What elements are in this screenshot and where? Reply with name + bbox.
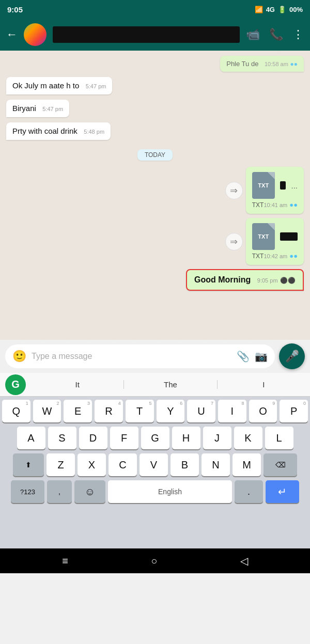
dot-key[interactable]: . [235,480,263,503]
grammarly-icon: G [5,374,26,395]
nav-home-icon[interactable]: ○ [151,555,157,567]
file-type-icon: TXT [252,172,275,199]
key-b[interactable]: B [171,453,199,476]
video-call-icon[interactable]: 📹 [246,28,260,41]
key-q[interactable]: 1Q [2,400,30,422]
msg-text: Ok July m aate h to [12,81,79,90]
file-time-row: 10:42 am ●● [264,252,298,260]
key-v[interactable]: V [140,453,168,476]
chat-header: ← 📹 📞 ⋮ [0,19,310,51]
more-options-icon[interactable]: ⋮ [292,28,304,41]
enter-key[interactable]: ↵ [266,480,299,503]
key-x[interactable]: X [78,453,106,476]
key-f[interactable]: F [110,427,138,449]
msg-ticks: ●● [290,60,298,68]
key-e[interactable]: 3E [64,400,92,422]
key-z[interactable]: Z [47,453,75,476]
backspace-key[interactable]: ⌫ [264,453,297,476]
key-y[interactable]: 6Y [157,400,185,422]
read-ticks: ●● [289,201,298,209]
nav-back-icon[interactable]: ◁ [240,555,248,567]
suggestion-word-2[interactable]: The [124,380,217,389]
key-i[interactable]: 8I [218,400,246,422]
msg-time: 10:58 am [265,61,288,67]
bottom-nav: ≡ ○ ◁ [0,548,310,573]
file-type-icon: TXT [252,223,275,250]
key-w[interactable]: 2W [33,400,61,422]
file-message-row: ⇒ TXT TXT 10:42 am ●● [6,218,304,265]
key-a[interactable]: A [17,427,45,449]
key-h[interactable]: H [172,427,200,449]
today-badge: TODAY [137,149,173,161]
message-row: Ok July m aate h to 5:47 pm [6,77,304,98]
shift-key[interactable]: ⬆ [13,453,44,476]
back-button[interactable]: ← [6,28,18,41]
key-t[interactable]: 5T [126,400,154,422]
key-n[interactable]: N [202,453,230,476]
key-row-4: ?123 , ☺ English . ↵ [2,480,308,503]
comma-key[interactable]: , [47,480,72,503]
phone-call-icon[interactable]: 📞 [269,28,283,41]
msg-ticks: ⚫⚫ [280,277,296,284]
key-u[interactable]: 7U [187,400,215,422]
file-name-redacted [280,232,298,241]
key-s[interactable]: S [48,427,76,449]
space-key[interactable]: English [108,480,232,503]
key-row-3: ⬆ Z X C V B N M ⌫ [2,453,308,476]
file-message-row: ⇒ TXT ... TXT 10:41 am ●● [6,167,304,214]
good-morning-bubble: Good Morning 9:05 pm ⚫⚫ [186,269,304,291]
file-name-redacted [280,181,286,190]
today-divider: TODAY [6,149,304,161]
emoji-key[interactable]: ☺ [74,480,105,503]
message-row: Prty with coal drink 5:48 pm [6,122,304,143]
message-input-area: 🙂 Type a message 📎 📷 🎤 [0,340,310,373]
file-message-bubble: TXT TXT 10:42 am ●● [246,218,304,265]
emoji-picker-icon[interactable]: 🙂 [12,350,26,363]
key-d[interactable]: D [79,427,107,449]
key-g[interactable]: G [141,427,169,449]
status-time: 9:05 [7,5,23,14]
message-input-placeholder[interactable]: Type a message [32,352,231,361]
file-time: 10:41 am [264,202,287,208]
key-row-1: 1Q 2W 3E 4R 5T 6Y 7U 8I 9O 0P [2,400,308,422]
key-o[interactable]: 9O [249,400,277,422]
chat-area: Phle Tu de 10:58 am ●● Ok July m aate h … [0,51,310,340]
key-r[interactable]: 4R [95,400,123,422]
mic-icon: 🎤 [285,350,299,363]
file-row: TXT ... [252,172,298,199]
camera-icon[interactable]: 📷 [255,350,268,363]
suggestion-word-3[interactable]: I [218,380,310,389]
message-bubble-incoming: Ok July m aate h to 5:47 pm [6,77,112,95]
forward-icon[interactable]: ⇒ [225,233,243,250]
file-message-bubble: TXT ... TXT 10:41 am ●● [246,167,304,214]
ellipsis: ... [291,181,298,190]
key-j[interactable]: J [203,427,231,449]
network-type: 4G [266,6,275,13]
message-input-box[interactable]: 🙂 Type a message 📎 📷 [5,344,275,368]
file-time: 10:42 am [264,253,287,259]
key-rows: 1Q 2W 3E 4R 5T 6Y 7U 8I 9O 0P A S D F G … [0,397,310,503]
sym-key[interactable]: ?123 [11,480,44,503]
mic-button[interactable]: 🎤 [279,343,305,369]
key-l[interactable]: L [265,427,293,449]
message-row: Phle Tu de 10:58 am ●● [6,56,304,75]
header-icons: 📹 📞 ⋮ [246,28,304,41]
file-bottom: TXT 10:41 am ●● [252,201,298,209]
attach-icon[interactable]: 📎 [237,350,250,363]
key-k[interactable]: K [234,427,262,449]
file-type-label: TXT [252,201,264,209]
nav-menu-icon[interactable]: ≡ [62,555,68,567]
forward-icon[interactable]: ⇒ [225,182,243,199]
key-m[interactable]: M [233,453,261,476]
read-ticks: ●● [289,252,298,260]
suggestion-word-1[interactable]: It [31,380,124,389]
battery-level: 00% [289,6,303,13]
file-row: TXT [252,223,298,250]
message-bubble-outgoing: Phle Tu de 10:58 am ●● [220,56,304,72]
status-bar: 9:05 📶 4G 🔋 00% [0,0,310,19]
msg-time: 5:47 pm [42,106,63,112]
avatar[interactable] [24,23,47,46]
good-morning-row: Good Morning 9:05 pm ⚫⚫ [6,269,304,291]
key-c[interactable]: C [109,453,137,476]
key-p[interactable]: 0P [280,400,308,422]
